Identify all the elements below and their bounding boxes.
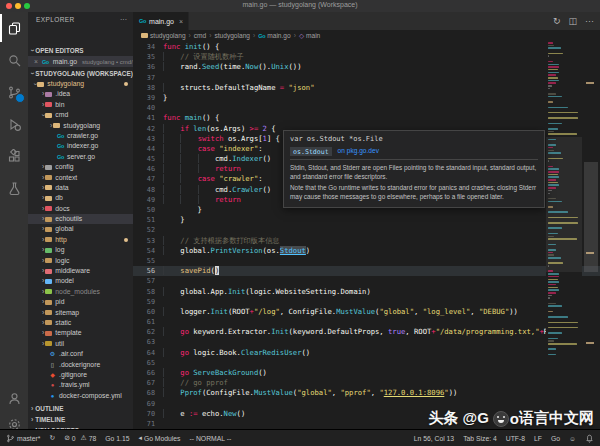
code-line-66[interactable]: 66 go ServeBackGround() [133,368,600,378]
code-line-65[interactable]: 65 [133,358,600,368]
open-editors-section[interactable]: ›OPEN EDITORS [28,45,133,56]
notifications-bell-icon[interactable] [585,434,594,443]
code-line-62[interactable]: 62 go keyword.Extractor.Init(keyword.Def… [133,327,600,337]
code-line-56[interactable]: 56 savePid() [133,266,600,276]
language-mode-item[interactable]: Go [551,435,560,442]
split-editor-icon[interactable]: ◫ [568,16,577,26]
sidebar-section-outline[interactable]: ›OUTLINE [28,403,133,414]
breadcrumb-item-cmd[interactable]: cmd [194,32,206,39]
code-line-61[interactable]: 61 [133,317,600,327]
tree-item-data[interactable]: ›data [28,183,133,193]
code-line-67[interactable]: 67 // go pprof [133,378,600,388]
code-line-60[interactable]: 60 logger.Init(ROOT+"/log", ConfigFile.M… [133,307,600,317]
code-line-41[interactable]: 41func main() { [133,113,600,123]
cursor-position-item[interactable]: Ln 56, Col 13 [414,435,454,442]
scrollbar-thumb[interactable] [584,162,598,272]
breadcrumb-item-studygolang[interactable]: studygolang [141,32,186,39]
tree-item--air-conf[interactable]: ⚙.air.conf [28,349,133,359]
tree-item-studygolang[interactable]: ›studygolang [28,79,133,89]
account-icon[interactable] [0,384,28,412]
source-control-icon[interactable] [0,78,28,106]
tree-item--idea[interactable]: ›.idea [28,89,133,99]
breadcrumb-item-main[interactable]: ◇main [299,32,320,39]
tree-item-http[interactable]: ›http [28,235,133,245]
code-line-40[interactable]: 40 [133,103,600,113]
tree-item-sitemap[interactable]: ›sitemap [28,308,133,318]
tree-item--gitignore[interactable]: ◆.gitignore [28,370,133,380]
tree-item-docker-compose-yml[interactable]: ●docker-compose.yml [28,391,133,401]
breadcrumb-item-studygolang[interactable]: studygolang [214,32,250,39]
run-debug-icon[interactable] [0,110,28,138]
problems-item[interactable]: ⊘0 ⚠78 [64,434,96,442]
testing-flask-icon[interactable] [0,174,28,202]
sidebar-section-timeline[interactable]: ›TIMELINE [28,414,133,425]
git-branch-item[interactable]: master* [6,434,40,443]
tree-item-studygolang[interactable]: ›studygolang [28,121,133,131]
tree-item--dockerignore[interactable]: ▯.dockerignore [28,360,133,370]
editor-scrollbar[interactable] [582,42,600,430]
tooltip-pkg-link[interactable]: on pkg.go.dev [338,147,379,154]
sync-changes-icon[interactable]: ↻ [49,434,55,442]
code-line-59[interactable]: 59 [133,297,600,307]
code-line-55[interactable]: 55 [133,256,600,266]
code-line-53[interactable]: 53 // 支持根据参数打印版本信息 [133,236,600,246]
code-line-58[interactable]: 58 global.App.Init(logic.WebsiteSetting.… [133,287,600,297]
tree-item-docs[interactable]: ›docs [28,204,133,214]
code-line-68[interactable]: 68 Pprof(ConfigFile.MustValue("global", … [133,388,600,398]
tab-main-go[interactable]: Go main.go × [133,12,189,30]
tree-item-echoutils[interactable]: ›echoutils [28,214,133,224]
open-editor-item-main-go[interactable]: × Go main.go studygolang • cmd/... [28,56,133,67]
more-actions-icon[interactable]: ··· [585,16,594,26]
tree-item-util[interactable]: ›util [28,339,133,349]
tree-item-static[interactable]: ›static [28,318,133,328]
code-editor[interactable]: 34func init() {35 // 设置随机数种子36 rand.Seed… [133,42,600,430]
code-line-36[interactable]: 36 rand.Seed(time.Now().Unix()) [133,62,600,72]
tree-item-template[interactable]: ›template [28,328,133,338]
code-line-39[interactable]: 39} [133,93,600,103]
tree-item-model[interactable]: ›model [28,276,133,286]
code-line-54[interactable]: 54 global.PrintVersion(os.Stdout) [133,246,600,256]
workspace-section[interactable]: ›STUDYGOLANG (WORKSPACE) [28,68,133,79]
code-line-52[interactable]: 52 [133,225,600,235]
explorer-icon[interactable] [0,14,28,42]
encoding-item[interactable]: UTF-8 [506,435,525,442]
feedback-smiley-icon[interactable]: ☺ [569,435,576,442]
search-icon[interactable] [0,46,28,74]
code-line-69[interactable]: 69 [133,399,600,409]
code-line-38[interactable]: 38 structs.DefaultTagName = "json" [133,83,600,93]
code-line-57[interactable]: 57 [133,276,600,286]
code-line-35[interactable]: 35 // 设置随机数种子 [133,52,600,62]
minimap[interactable] [546,42,582,430]
tree-item-indexer-go[interactable]: Goindexer.go [28,141,133,151]
breadcrumb-item-main-go[interactable]: Gomain.go [258,32,291,39]
tree-item-config[interactable]: ›config [28,162,133,172]
sidebar-more-actions-icon[interactable]: ··· [120,12,127,28]
run-code-icon[interactable]: ↻ [553,16,561,26]
tree-item-context[interactable]: ›context [28,173,133,183]
tree-item-bin[interactable]: ›bin [28,100,133,110]
code-line-34[interactable]: 34func init() { [133,42,600,52]
tree-item-server-go[interactable]: Goserver.go [28,152,133,162]
tree-item-global[interactable]: ›global [28,224,133,234]
vim-mode-item[interactable]: -- NORMAL -- [190,435,232,442]
tree-item-logic[interactable]: ›logic [28,256,133,266]
extensions-icon[interactable] [0,142,28,170]
tree-item-log[interactable]: ›log [28,245,133,255]
tree-item--travis-yml[interactable]: ●.travis.yml [28,380,133,390]
go-modules-item[interactable]: ◂Go Modules [138,434,180,442]
tab-close-icon[interactable]: × [179,18,183,25]
go-version-item[interactable]: Go 1.15 [105,435,129,442]
tab-size-item[interactable]: Tab Size: 4 [463,435,497,442]
eol-item[interactable]: LF [534,435,542,442]
code-line-64[interactable]: 64 go logic.Book.ClearRedisUser() [133,348,600,358]
tree-item-crawler-go[interactable]: Gocrawler.go [28,131,133,141]
close-icon[interactable]: × [34,58,38,65]
code-line-63[interactable]: 63 [133,337,600,347]
tree-item-middleware[interactable]: ›middleware [28,266,133,276]
tree-item-pid[interactable]: ›pid [28,297,133,307]
tree-item-node-modules[interactable]: ›node_modules [28,287,133,297]
tree-item-db[interactable]: ›db [28,193,133,203]
tooltip-symbol-chip[interactable]: os.Stdout [290,147,332,156]
code-line-37[interactable]: 37 [133,73,600,83]
tree-item-cmd[interactable]: ›cmd [28,110,133,120]
